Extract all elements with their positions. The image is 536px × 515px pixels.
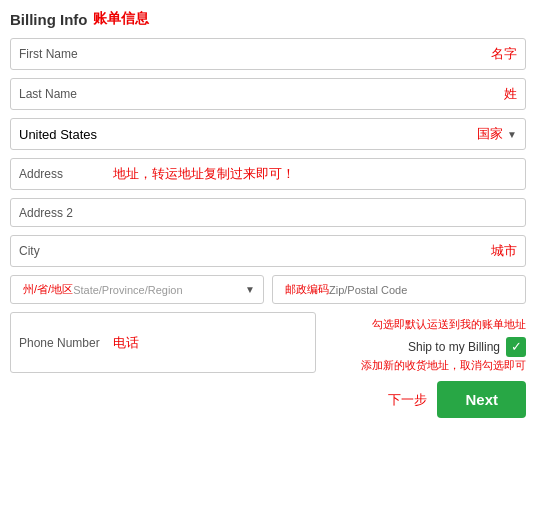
country-hint: 国家 — [477, 125, 503, 143]
first-name-input[interactable] — [109, 47, 487, 62]
state-group: 州/省/地区 State/Province/Region ▼ — [10, 275, 264, 304]
zip-hint: 邮政编码 — [285, 282, 329, 297]
address2-group: Address 2 — [10, 198, 526, 227]
state-dropdown-icon: ▼ — [245, 284, 255, 295]
phone-group: Phone Number 电话 — [10, 312, 316, 373]
address-input[interactable] — [295, 167, 517, 182]
state-zip-row: 州/省/地区 State/Province/Region ▼ 邮政编码 — [10, 275, 526, 304]
zip-group: 邮政编码 — [272, 275, 526, 304]
city-label: City — [19, 244, 109, 258]
next-button-row: 下一步 Next — [10, 381, 526, 418]
billing-title-zh: 账单信息 — [93, 10, 149, 28]
first-name-hint: 名字 — [491, 45, 517, 63]
country-group: United States China Canada United Kingdo… — [10, 118, 526, 150]
check-annotation: 勾选即默认运送到我的账单地址 — [372, 316, 526, 333]
phone-label: Phone Number — [19, 336, 109, 350]
next-button[interactable]: Next — [437, 381, 526, 418]
billing-title-en: Billing Info — [10, 11, 87, 28]
ship-to-billing-label: Ship to my Billing — [408, 340, 500, 354]
state-hint: 州/省/地区 — [23, 282, 73, 297]
last-name-group: Last Name 姓 — [10, 78, 526, 110]
zip-input[interactable] — [329, 284, 517, 296]
state-select[interactable]: State/Province/Region — [73, 284, 241, 296]
first-name-group: First Name 名字 — [10, 38, 526, 70]
address-label: Address — [19, 167, 109, 181]
add-annotation: 添加新的收货地址，取消勾选即可 — [361, 357, 526, 374]
phone-right-annotations: 勾选即默认运送到我的账单地址 Ship to my Billing ✓ 添加新的… — [324, 312, 526, 373]
last-name-hint: 姓 — [504, 85, 517, 103]
phone-hint: 电话 — [113, 334, 139, 352]
ship-to-billing-checkbox[interactable]: ✓ — [506, 337, 526, 357]
address-group: Address 地址，转运地址复制过来即可！ — [10, 158, 526, 190]
next-hint: 下一步 — [388, 391, 427, 409]
country-select[interactable]: United States China Canada United Kingdo… — [19, 127, 473, 142]
address-hint: 地址，转运地址复制过来即可！ — [113, 165, 295, 183]
first-name-label: First Name — [19, 47, 109, 61]
country-dropdown-icon: ▼ — [507, 129, 517, 140]
ship-to-billing-row: Ship to my Billing ✓ — [408, 337, 526, 357]
phone-input[interactable] — [139, 335, 307, 350]
last-name-label: Last Name — [19, 87, 109, 101]
address2-input[interactable] — [109, 205, 517, 220]
address2-label: Address 2 — [19, 206, 109, 220]
city-group: City 城市 — [10, 235, 526, 267]
city-input[interactable] — [109, 244, 487, 259]
page-title: Billing Info 账单信息 — [10, 10, 526, 28]
last-name-input[interactable] — [109, 87, 500, 102]
phone-row-wrapper: Phone Number 电话 勾选即默认运送到我的账单地址 Ship to m… — [10, 312, 526, 373]
city-hint: 城市 — [491, 242, 517, 260]
